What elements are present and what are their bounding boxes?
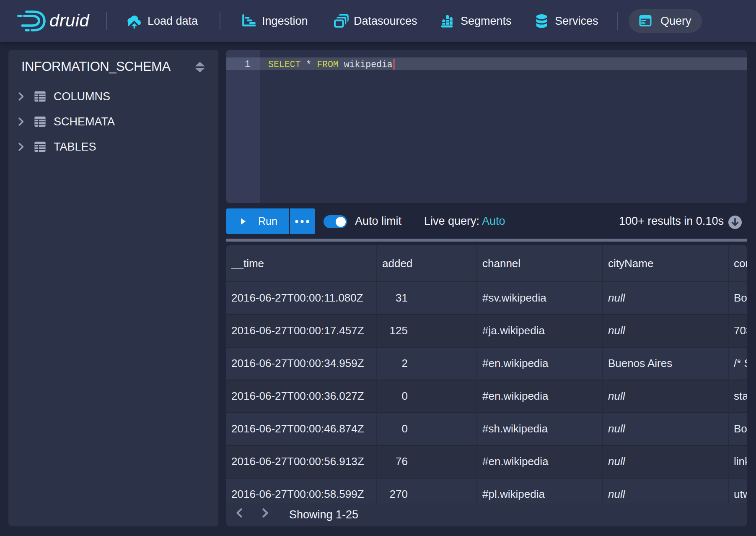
- svg-text:druid: druid: [49, 10, 90, 30]
